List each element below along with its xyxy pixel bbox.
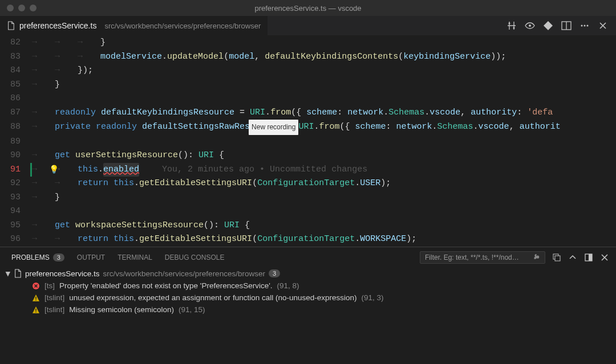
lightbulb-icon[interactable]: 💡: [49, 163, 59, 177]
code-content: → → → }: [32, 36, 106, 50]
minimize-window-button[interactable]: [18, 5, 25, 11]
code-line[interactable]: 96→ → return this.getEditableSettingsURI…: [0, 232, 616, 247]
code-line[interactable]: 88→ private readonly defaultSettingsRawR…: [0, 120, 616, 135]
window-controls: [0, 5, 37, 11]
code-line[interactable]: 87→ readonly defaultKeybindingsResource …: [0, 106, 616, 120]
code-content: → get workspaceSettingsResource(): URI {: [32, 219, 250, 233]
problems-file-name: preferencesService.ts: [25, 269, 100, 278]
svg-point-1: [513, 27, 515, 29]
window-title: preferencesService.ts — vscode: [254, 4, 361, 13]
problem-item[interactable]: [ts] Property 'enabled' does not exist o…: [0, 280, 616, 292]
code-content: → }: [32, 78, 60, 92]
chevron-down-icon: ▶: [5, 271, 12, 276]
tab-problems-label: PROBLEMS: [11, 253, 50, 261]
split-editor-icon[interactable]: [561, 21, 572, 31]
problems-count-badge: 3: [53, 253, 64, 261]
chevron-up-icon[interactable]: [568, 253, 577, 262]
open-changes-icon[interactable]: [543, 21, 553, 31]
code-line[interactable]: 89: [0, 135, 616, 149]
tab-output[interactable]: OUTPUT: [77, 253, 105, 261]
line-number: 89: [0, 135, 32, 149]
close-window-button[interactable]: [7, 5, 14, 11]
svg-point-7: [587, 25, 589, 27]
titlebar: preferencesService.ts — vscode: [0, 0, 616, 16]
problem-message: Missing semicolon (semicolon): [69, 305, 174, 314]
tab-path: src/vs/workbench/services/preferences/br…: [104, 22, 261, 30]
error-icon: [32, 282, 40, 290]
svg-rect-14: [35, 297, 36, 299]
problems-file-count: 3: [269, 269, 280, 277]
code-line[interactable]: 84→ → });: [0, 64, 616, 78]
line-number: 84: [0, 64, 32, 78]
line-number: 93: [0, 191, 32, 205]
panel-tabs: PROBLEMS 3 OUTPUT TERMINAL DEBUG CONSOLE…: [0, 247, 616, 267]
svg-rect-17: [35, 309, 36, 311]
svg-rect-11: [589, 254, 592, 261]
more-actions-icon[interactable]: [579, 21, 590, 31]
code-line[interactable]: 94: [0, 205, 616, 219]
problem-item[interactable]: [tslint] unused expression, expected an …: [0, 292, 616, 304]
close-panel-icon[interactable]: [600, 253, 609, 262]
code-line[interactable]: 95→ get workspaceSettingsResource(): URI…: [0, 219, 616, 233]
bottom-panel: PROBLEMS 3 OUTPUT TERMINAL DEBUG CONSOLE…: [0, 247, 616, 364]
tab-problems[interactable]: PROBLEMS 3: [11, 253, 64, 261]
code-content: → → return this.getEditableSettingsURI(C…: [32, 232, 416, 247]
line-number: 92: [0, 177, 32, 191]
code-line[interactable]: 90→ get userSettingsResource(): URI {: [0, 149, 616, 163]
svg-rect-9: [555, 256, 560, 261]
problem-source: [ts]: [44, 281, 55, 290]
git-blame-annotation: You, 2 minutes ago • Uncommitted changes: [162, 163, 367, 177]
line-number: 91: [0, 163, 32, 177]
line-number: 87: [0, 106, 32, 120]
problem-source: [tslint]: [44, 293, 64, 302]
svg-point-6: [584, 25, 586, 27]
code-line[interactable]: 91💡→ → this.enabledYou, 2 minutes ago • …: [0, 163, 616, 177]
code-content: → get userSettingsResource(): URI {: [32, 149, 224, 163]
problem-location: (91, 3): [362, 293, 384, 302]
code-line[interactable]: 82→ → → }: [0, 36, 616, 50]
problem-message: Property 'enabled' does not exist on typ…: [59, 281, 273, 290]
tab-debug-console[interactable]: DEBUG CONSOLE: [165, 253, 225, 261]
code-editor[interactable]: 82→ → → }83→ → → modelService.updateMode…: [0, 36, 616, 247]
problems-file-row[interactable]: ▶ preferencesService.ts src/vs/workbench…: [0, 267, 616, 280]
code-line[interactable]: 85→ }: [0, 78, 616, 92]
problems-file-path: src/vs/workbench/services/preferences/br…: [103, 269, 265, 278]
line-number: 86: [0, 92, 32, 106]
line-number: 88: [0, 120, 32, 134]
code-content: → }: [32, 191, 60, 205]
editor-tab[interactable]: preferencesService.ts src/vs/workbench/s…: [0, 16, 268, 35]
warning-icon: [32, 294, 40, 302]
line-number: 90: [0, 149, 32, 163]
problem-item[interactable]: [tslint] Missing semicolon (semicolon) (…: [0, 304, 616, 316]
compare-changes-icon[interactable]: [506, 21, 517, 31]
line-number: 82: [0, 36, 32, 50]
collapse-all-icon[interactable]: [552, 253, 561, 262]
tooltip-badge: New recording: [249, 120, 298, 135]
problems-filter-input[interactable]: Filter. Eg: text, **/*.ts, !**/nod…: [420, 251, 545, 264]
maximize-window-button[interactable]: [30, 5, 37, 11]
svg-rect-18: [35, 312, 36, 312]
tab-filename: preferencesService.ts: [19, 21, 96, 30]
code-line[interactable]: 93→ }: [0, 191, 616, 205]
line-number: 95: [0, 219, 32, 233]
code-line[interactable]: 92→ → return this.getEditableSettingsURI…: [0, 177, 616, 191]
editor-actions: [506, 21, 616, 31]
svg-point-2: [529, 24, 531, 27]
filter-settings-icon[interactable]: [532, 253, 540, 261]
problems-list: ▶ preferencesService.ts src/vs/workbench…: [0, 267, 616, 364]
problem-location: (91, 15): [179, 305, 205, 314]
code-content: → → → modelService.updateModel(model, de…: [32, 50, 506, 64]
maximize-panel-icon[interactable]: [584, 253, 593, 262]
close-editor-icon[interactable]: [598, 21, 608, 31]
editor-tabbar: preferencesService.ts src/vs/workbench/s…: [0, 16, 616, 36]
file-icon: [14, 269, 22, 278]
filter-placeholder: Filter. Eg: text, **/*.ts, !**/nod…: [425, 253, 519, 261]
code-content: → readonly defaultKeybindingsResource = …: [32, 106, 553, 120]
tab-terminal[interactable]: TERMINAL: [117, 253, 152, 261]
toggle-preview-icon[interactable]: [525, 21, 535, 31]
code-line[interactable]: 83→ → → modelService.updateModel(model, …: [0, 50, 616, 64]
problem-location: (91, 8): [277, 281, 299, 290]
code-line[interactable]: 86: [0, 92, 616, 106]
code-content: → → });: [32, 64, 93, 78]
svg-point-0: [509, 23, 510, 24]
